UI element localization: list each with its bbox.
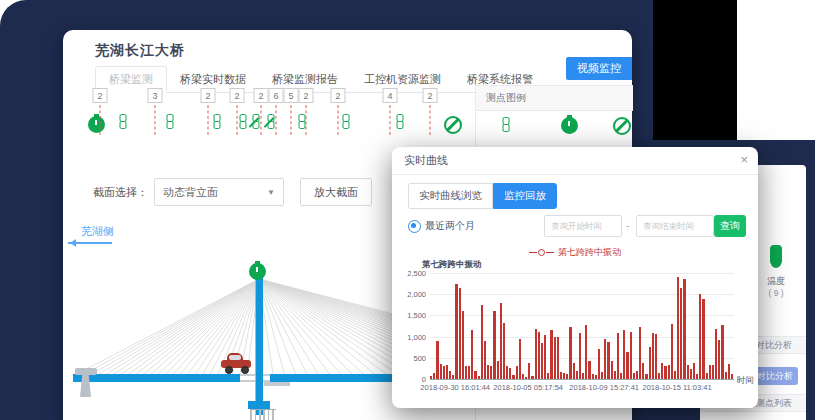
modal-tab-0[interactable]: 实时曲线浏览 [408, 183, 493, 209]
sensor-count-badge: 2 [254, 88, 269, 103]
chart-bar [687, 365, 689, 379]
chart-bar [595, 375, 597, 379]
sensor-dash-line [291, 105, 292, 135]
sensor-dash-line [276, 105, 277, 135]
chart-bar [604, 339, 606, 379]
chart-bar [712, 365, 714, 379]
sensor-count-badge: 2 [299, 88, 314, 103]
legend-panel-title: 测点图例 [476, 86, 633, 111]
chart-bar [471, 330, 473, 379]
sensor-no-entry-icon[interactable] [444, 116, 462, 134]
temperature-legend-item[interactable]: 温度 ( 9 ) [752, 245, 800, 298]
chart-bar [481, 305, 483, 379]
chart-bar [626, 352, 628, 379]
chart-bar [557, 337, 559, 379]
chart-bar [706, 373, 708, 379]
chart-bar [566, 374, 568, 379]
chart-bar [446, 365, 448, 379]
tower-sensor-clock-icon[interactable] [249, 263, 266, 280]
chart-bar [516, 366, 518, 379]
chart-y-tick-label: 2,500 [396, 269, 426, 278]
section-select-bar: 截面选择： 动态背立面 ▼ 放大截面 [93, 178, 372, 206]
chart-bar [696, 374, 698, 379]
sensor-chain-icon[interactable] [342, 114, 351, 130]
chart-bar [721, 325, 723, 379]
query-button[interactable]: 查询 [714, 215, 746, 237]
chart-x-tick-label: 2018-09-30 16:01:44 [420, 383, 490, 392]
chart-y-tick-label: 1,000 [396, 332, 426, 341]
chart-bar [690, 369, 692, 379]
chart-bar [715, 329, 717, 379]
chart-bar [709, 365, 711, 379]
chevron-down-icon: ▼ [267, 188, 275, 197]
chart-bar [544, 335, 546, 380]
chart-bar [569, 327, 571, 379]
chart-bar [585, 325, 587, 379]
sensor-chain-icon[interactable] [396, 114, 405, 130]
chart-bar [443, 366, 445, 379]
chart-bar [699, 294, 701, 379]
sensor-count-badge: 5 [284, 88, 299, 103]
realtime-curve-modal: 实时曲线 × 实时曲线浏览监控回放 最近两个月 - 查询 第七跨跨中振动 第七跨… [392, 147, 758, 408]
sensor-chain-icon[interactable] [213, 114, 222, 130]
chart-bar [497, 361, 499, 379]
chart-bar [718, 340, 720, 379]
chart-bar [611, 361, 613, 379]
chart-bar [541, 343, 543, 379]
sensor-chain-icon[interactable] [166, 114, 175, 130]
sensor-count-badge: 2 [201, 88, 216, 103]
black-region [653, 0, 737, 140]
modal-tab-1[interactable]: 监控回放 [493, 183, 557, 209]
legend-line-marker-icon [529, 249, 554, 256]
chart-bar [528, 363, 530, 379]
recent-two-months-radio[interactable] [408, 220, 421, 233]
chart-bar [652, 333, 654, 379]
video-monitor-button[interactable]: 视频监控 [566, 57, 632, 80]
chart-bar [563, 373, 565, 379]
compare-analysis-button[interactable]: 对比分析 [752, 367, 798, 385]
chart-bar [484, 341, 486, 379]
legend-clock-icon[interactable] [561, 117, 578, 134]
chart-y-tick-label: 1,500 [396, 311, 426, 320]
sensor-chain-icon[interactable] [119, 114, 128, 130]
sensor-dash-line [261, 105, 262, 135]
chart-bar [598, 349, 600, 380]
chart-bar [538, 332, 540, 380]
chart-x-tick-label: 2018-10-09 15:27:41 [569, 383, 639, 392]
sensor-dash-line [100, 105, 101, 135]
chart-bar [522, 374, 524, 379]
chart-gridline [430, 358, 734, 359]
chart-y-tick-label: 500 [396, 353, 426, 362]
chart-y-tick-label: 2,000 [396, 290, 426, 299]
legend-chain-icon[interactable] [502, 117, 511, 133]
close-icon[interactable]: × [740, 153, 748, 167]
chart-bar [550, 330, 552, 379]
sensor-dash-line [208, 105, 209, 135]
chart-bar [677, 277, 679, 379]
bridge-pier-cap [248, 401, 270, 409]
modal-title: 实时曲线 [404, 153, 448, 168]
chart-bar [440, 364, 442, 379]
chart-x-axis-label: 时间 [737, 375, 754, 387]
sensor-count-badge: 2 [331, 88, 346, 103]
chart-bar [655, 334, 657, 379]
bridge-pier [250, 409, 276, 420]
chart-bar [459, 288, 461, 379]
chart-bar [693, 363, 695, 379]
chart-legend[interactable]: 第七跨跨中振动 [392, 246, 758, 259]
query-end-time-input[interactable] [636, 215, 714, 237]
section-select-dropdown[interactable]: 动态背立面 ▼ [154, 178, 284, 206]
query-start-time-input[interactable] [544, 215, 622, 237]
sensor-chain-icon[interactable] [298, 114, 307, 130]
sensor-chain-icon[interactable] [239, 114, 248, 130]
chart-bar [462, 311, 464, 379]
chart-bar [623, 330, 625, 379]
legend-no-entry-icon[interactable] [613, 117, 631, 135]
sensor-clock-icon[interactable] [88, 116, 105, 133]
zoom-section-button[interactable]: 放大截面 [300, 178, 372, 206]
chart-plot-area: 2,5002,0001,5001,00050002018-09-30 16:01… [430, 273, 734, 380]
chart-bar [636, 371, 638, 379]
chart-bar [702, 299, 704, 379]
white-top-right-area [737, 0, 815, 140]
legend-icons-row [476, 111, 633, 151]
